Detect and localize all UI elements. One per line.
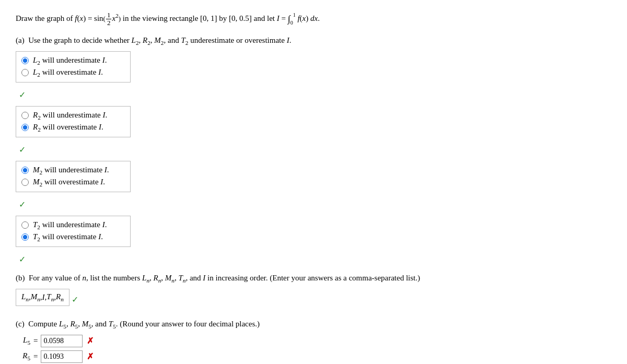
M2-underestimate-radio[interactable] <box>21 167 29 174</box>
M2-underestimate-label: M2 will underestimate I. <box>33 166 109 175</box>
T2-underestimate-option[interactable]: T2 will underestimate I. <box>21 220 125 230</box>
R5-input[interactable] <box>41 350 83 363</box>
M2-checkmark: ✓ <box>19 199 611 209</box>
part-b-question: (b) For any value of n, list the numbers… <box>16 274 611 284</box>
part-a-section: (a) Use the graph to decide whether L2, … <box>16 36 611 264</box>
M2-underestimate-option[interactable]: M2 will underestimate I. <box>21 166 125 175</box>
M2-overestimate-label: M2 will overestimate I. <box>33 178 105 187</box>
T2-overestimate-option[interactable]: T2 will overestimate I. <box>21 232 125 242</box>
T2-underestimate-label: T2 will underestimate I. <box>33 220 107 230</box>
R2-checkmark: ✓ <box>19 145 611 155</box>
R5-eq: = <box>33 352 38 361</box>
part-c-rows: L5 = ✗ R5 = ✗ M5 = ✗ T5 = ✗ <box>16 335 611 364</box>
R2-overestimate-label: R2 will overestimate I. <box>33 123 103 133</box>
M2-overestimate-option[interactable]: M2 will overestimate I. <box>21 178 125 187</box>
R2-overestimate-radio[interactable] <box>21 124 29 131</box>
L2-overestimate-option[interactable]: L2 will overestimate I. <box>21 68 125 78</box>
L2-overestimate-radio[interactable] <box>21 69 29 76</box>
T2-overestimate-radio[interactable] <box>21 233 29 241</box>
M2-overestimate-radio[interactable] <box>21 179 29 186</box>
L2-group: L2 will underestimate I. L2 will overest… <box>16 51 611 100</box>
L5-row: L5 = ✗ <box>16 335 611 347</box>
problem-header: Draw the graph of f(x) = sin(12x2) in th… <box>16 10 611 28</box>
M2-radio-group: M2 will underestimate I. M2 will overest… <box>16 161 131 192</box>
L5-label: L5 <box>16 336 30 346</box>
R5-label: R5 <box>16 351 30 361</box>
T2-underestimate-radio[interactable] <box>21 221 29 229</box>
R2-underestimate-label: R2 will underestimate I. <box>33 111 107 121</box>
L2-radio-group: L2 will underestimate I. L2 will overest… <box>16 51 131 83</box>
part-b-answer-box: Ln, Mn, I, Tn, Rn <box>16 289 69 306</box>
L2-underestimate-radio[interactable] <box>21 57 29 64</box>
part-a-question: (a) Use the graph to decide whether L2, … <box>16 36 611 46</box>
R2-overestimate-option[interactable]: R2 will overestimate I. <box>21 123 125 133</box>
L2-underestimate-option[interactable]: L2 will underestimate I. <box>21 56 125 66</box>
T2-radio-group: T2 will underestimate I. T2 will overest… <box>16 216 131 247</box>
T2-group: T2 will underestimate I. T2 will overest… <box>16 216 611 264</box>
part-b-section: (b) For any value of n, list the numbers… <box>16 274 611 310</box>
L5-incorrect-icon: ✗ <box>87 336 94 346</box>
R5-incorrect-icon: ✗ <box>87 351 94 361</box>
M2-group: M2 will underestimate I. M2 will overest… <box>16 161 611 209</box>
part-b-answer-row: Ln, Mn, I, Tn, Rn ✓ <box>16 289 611 310</box>
T2-checkmark: ✓ <box>19 254 611 264</box>
R2-underestimate-radio[interactable] <box>21 112 29 119</box>
T2-overestimate-label: T2 will overestimate I. <box>33 232 103 242</box>
R2-group: R2 will underestimate I. R2 will overest… <box>16 106 611 155</box>
R2-underestimate-option[interactable]: R2 will underestimate I. <box>21 111 125 121</box>
part-b-checkmark: ✓ <box>72 295 78 304</box>
R2-radio-group: R2 will underestimate I. R2 will overest… <box>16 106 131 137</box>
L2-overestimate-label: L2 will overestimate I. <box>33 68 103 78</box>
header-text: Draw the graph of f(x) = sin(12x2) in th… <box>16 14 320 22</box>
part-c-section: (c) Compute L5, R5, M5, and T5. (Round y… <box>16 320 611 364</box>
L2-checkmark: ✓ <box>19 90 611 100</box>
L5-input[interactable] <box>41 335 83 347</box>
L5-eq: = <box>33 336 38 345</box>
part-c-question: (c) Compute L5, R5, M5, and T5. (Round y… <box>16 320 611 330</box>
L2-underestimate-label: L2 will underestimate I. <box>33 56 107 66</box>
R5-row: R5 = ✗ <box>16 350 611 363</box>
